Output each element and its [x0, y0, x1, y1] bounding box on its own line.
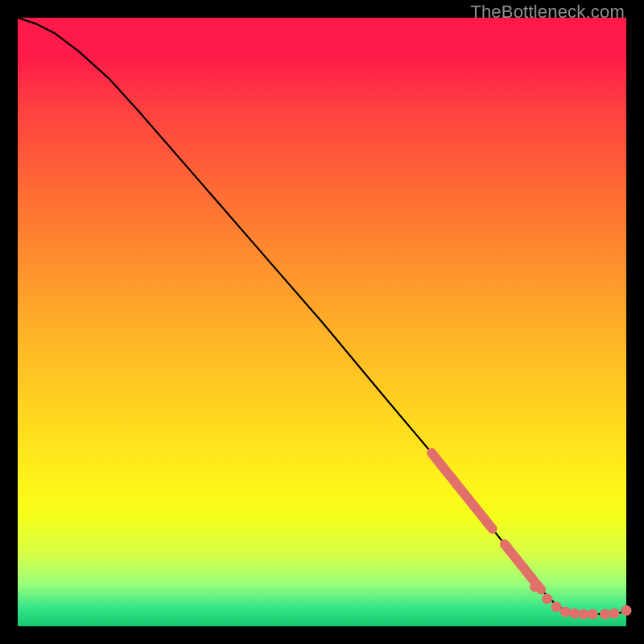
marker-dot — [621, 605, 632, 616]
marker-dot — [530, 581, 540, 592]
marker-dot — [609, 609, 619, 619]
marker-dot — [569, 609, 580, 619]
marker-dot — [579, 609, 589, 619]
bottleneck-curve — [18, 18, 626, 614]
highlight-segment — [431, 453, 493, 530]
watermark-text: TheBottleneck.com — [470, 2, 625, 23]
marker-dot — [560, 606, 571, 617]
chart-frame — [18, 18, 626, 626]
marker-dot — [600, 609, 610, 619]
marker-dot — [542, 594, 552, 605]
highlight-segments — [431, 453, 541, 590]
marker-dot — [588, 609, 598, 619]
chart-svg — [18, 18, 626, 626]
marker-dot — [551, 601, 562, 612]
